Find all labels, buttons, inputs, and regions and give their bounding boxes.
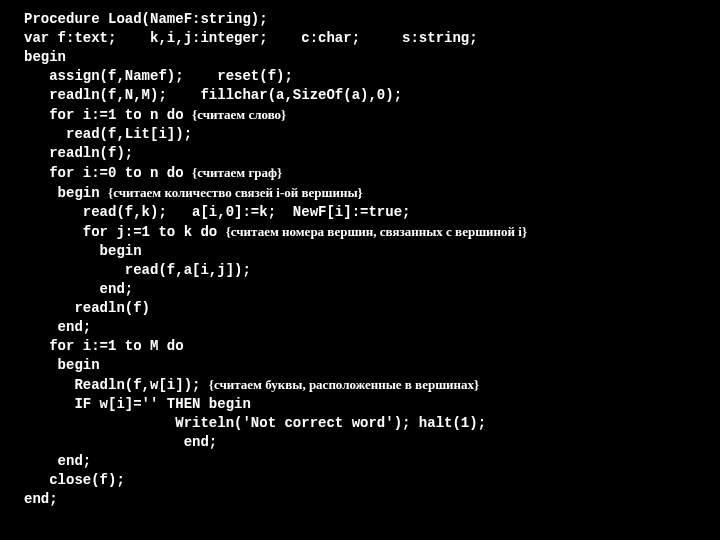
code-line: Readln(f,w[i]); {считаем буквы, располож… (24, 377, 479, 393)
code-line: end; (24, 491, 58, 507)
code-line: readln(f) (24, 300, 150, 316)
code-line: for j:=1 to k do {считаем номера вершин,… (24, 224, 527, 240)
code-line: for i:=0 to n do {считаем граф} (24, 165, 282, 181)
code-line: read(f,a[i,j]); (24, 262, 251, 278)
code-line: var f:text; k,i,j:integer; c:char; s:str… (24, 30, 478, 46)
code-line: assign(f,Namef); reset(f); (24, 68, 293, 84)
code-line: for i:=1 to n do {считаем слово} (24, 107, 286, 123)
code-line: readln(f,N,M); fillchar(a,SizeOf(a),0); (24, 87, 402, 103)
code-line: begin {считаем количество связей i-ой ве… (24, 185, 363, 201)
code-line: Procedure Load(NameF:string); (24, 11, 268, 27)
code-comment: {считаем слово} (192, 107, 286, 122)
code-line: readln(f); (24, 145, 133, 161)
code-line: read(f,k); a[i,0]:=k; NewF[i]:=true; (24, 204, 410, 220)
code-line: read(f,Lit[i]); (24, 126, 192, 142)
code-line: end; (24, 319, 91, 335)
code-line: begin (24, 357, 100, 373)
code-line: begin (24, 243, 142, 259)
code-comment: {считаем номера вершин, связанных с верш… (226, 224, 527, 239)
code-line: begin (24, 49, 66, 65)
code-line: Writeln('Not correct word'); halt(1); (24, 415, 486, 431)
code-comment: {считаем количество связей i-ой вершины} (108, 185, 363, 200)
code-line: end; (24, 434, 217, 450)
code-block: Procedure Load(NameF:string); var f:text… (0, 0, 720, 519)
code-line: for i:=1 to M do (24, 338, 184, 354)
code-line: end; (24, 281, 133, 297)
code-comment: {считаем граф} (192, 165, 282, 180)
code-comment: {считаем буквы, расположенные в вершинах… (209, 377, 479, 392)
code-line: end; (24, 453, 91, 469)
code-line: close(f); (24, 472, 125, 488)
code-line: IF w[i]='' THEN begin (24, 396, 251, 412)
